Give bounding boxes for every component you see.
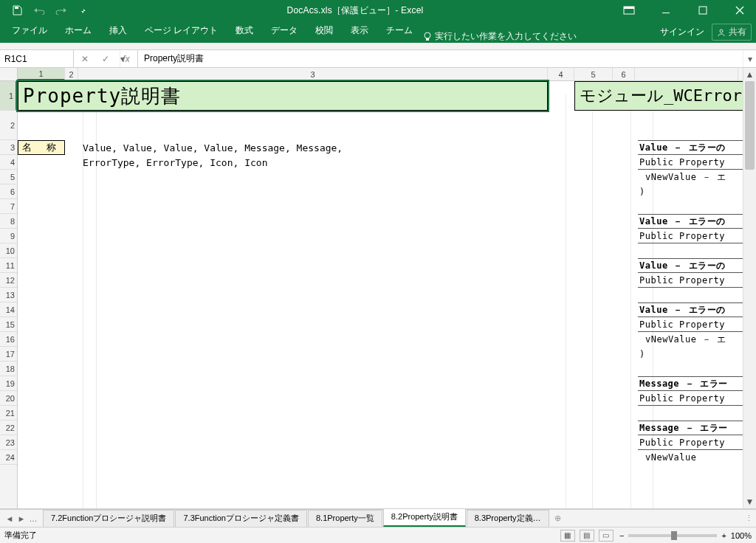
view-page-break-icon[interactable]: ▭ xyxy=(599,530,614,542)
select-all-corner[interactable] xyxy=(0,68,18,80)
row-header[interactable]: 15 xyxy=(0,317,17,332)
title-cell[interactable]: Property説明書 xyxy=(18,81,548,111)
ribbon-tab-home[interactable]: ホーム xyxy=(58,20,99,43)
cell-value[interactable]: Value, Value, Value, Value, Message, Mes… xyxy=(83,140,548,155)
frag-row[interactable]: Value － エラーの xyxy=(638,214,743,229)
name-box[interactable]: ▾ xyxy=(0,50,74,67)
row-header[interactable]: 6 xyxy=(0,184,17,199)
frag-row[interactable]: Public Property xyxy=(638,391,743,406)
col-header[interactable]: 3 xyxy=(78,68,548,80)
ribbon-tab-view[interactable]: 表示 xyxy=(343,20,376,43)
row-header[interactable]: 10 xyxy=(0,243,17,258)
zoom-percent[interactable]: 100% xyxy=(731,531,752,540)
cell-value[interactable]: ErrorType, ErrorType, Icon, Icon xyxy=(83,155,548,170)
ribbon-tab-insert[interactable]: 挿入 xyxy=(102,20,134,43)
sheet-tab[interactable]: 7.3Functionプロシージャ定義書 xyxy=(175,510,306,527)
row-header[interactable]: 16 xyxy=(0,332,17,347)
ribbon-tab-team[interactable]: チーム xyxy=(379,20,420,43)
col-header[interactable]: 5 xyxy=(574,68,613,80)
col-header[interactable] xyxy=(635,68,738,80)
ribbon-tab-data[interactable]: データ xyxy=(264,20,305,43)
sheet-tab[interactable]: 8.2Property説明書 xyxy=(383,508,466,527)
frag-row[interactable]: Public Property xyxy=(638,273,743,288)
ribbon-tab-review[interactable]: 校閲 xyxy=(308,20,340,43)
row-header[interactable]: 19 xyxy=(0,376,17,391)
zoom-in-icon[interactable]: + xyxy=(721,531,726,540)
col-header[interactable]: 1 xyxy=(18,68,65,80)
vertical-scrollbar[interactable]: ▲ ▼ xyxy=(743,68,756,508)
frag-row[interactable]: vNewValue － エ xyxy=(638,332,743,347)
frag-row[interactable]: Public Property xyxy=(638,229,743,243)
zoom-slider[interactable] xyxy=(628,534,717,537)
frag-row[interactable]: vNewValue xyxy=(638,450,743,465)
col-header[interactable]: 6 xyxy=(613,68,635,80)
undo-icon[interactable] xyxy=(31,2,47,18)
new-sheet-icon[interactable]: ⊕ xyxy=(550,513,566,523)
cells-layer[interactable]: Property説明書 モジュール_WCError 名 称 Value, Val… xyxy=(18,81,743,508)
row-header[interactable]: 13 xyxy=(0,288,17,302)
scroll-down-icon[interactable]: ▼ xyxy=(743,495,756,508)
horizontal-scrollbar[interactable]: ⋮ xyxy=(566,513,756,523)
row-header[interactable]: 23 xyxy=(0,435,17,450)
module-cell[interactable]: モジュール_WCError xyxy=(574,81,756,111)
frag-row[interactable]: Public Property xyxy=(638,435,743,450)
formula-input[interactable] xyxy=(144,54,737,64)
minimize-icon[interactable] xyxy=(656,1,676,19)
share-button[interactable]: 共有 xyxy=(712,24,752,41)
row-header[interactable]: 11 xyxy=(0,258,17,273)
row-header[interactable]: 1 xyxy=(0,81,17,111)
row-header[interactable]: 5 xyxy=(0,170,17,184)
cancel-icon[interactable]: ✕ xyxy=(78,54,92,64)
frag-row[interactable]: Value － エラーの xyxy=(638,258,743,273)
scroll-track[interactable] xyxy=(745,81,755,495)
maximize-icon[interactable] xyxy=(693,1,713,19)
row-header[interactable]: 21 xyxy=(0,406,17,421)
frag-row[interactable]: Value － エラーの xyxy=(638,140,743,155)
ribbon-tab-layout[interactable]: ページ レイアウト xyxy=(137,20,225,43)
row-header[interactable]: 24 xyxy=(0,450,17,465)
frag-row[interactable]: Message － エラー xyxy=(638,421,743,435)
row-header[interactable]: 3 xyxy=(0,140,17,155)
spreadsheet-grid[interactable]: 1 2 3 4 5 6 1 2 3 4 5 6 7 8 9 10 11 12 1… xyxy=(0,68,756,509)
scroll-thumb[interactable] xyxy=(745,81,755,170)
tell-me[interactable]: 実行したい作業を入力してください xyxy=(423,30,577,43)
frag-row[interactable]: Public Property xyxy=(638,155,743,170)
frag-row[interactable]: Message － エラー xyxy=(638,376,743,391)
row-header[interactable]: 18 xyxy=(0,362,17,376)
row-header[interactable]: 9 xyxy=(0,229,17,243)
sheet-tab[interactable]: 7.2Functionプロシージャ説明書 xyxy=(43,510,174,527)
ribbon-display-options-icon[interactable] xyxy=(619,1,639,19)
sheet-nav-last-icon[interactable]: ► xyxy=(16,514,27,523)
frag-row[interactable]: ) xyxy=(638,347,743,362)
row-header[interactable]: 22 xyxy=(0,421,17,435)
close-icon[interactable] xyxy=(729,1,750,19)
col-header[interactable]: 2 xyxy=(65,68,78,80)
row-header[interactable]: 8 xyxy=(0,214,17,229)
ribbon-tab-formulas[interactable]: 数式 xyxy=(228,20,261,43)
row-header[interactable]: 14 xyxy=(0,302,17,317)
redo-icon[interactable] xyxy=(53,2,69,18)
row-header[interactable]: 7 xyxy=(0,199,17,214)
sheet-nav-first-icon[interactable]: ◄ xyxy=(4,514,15,523)
hscroll-more-icon[interactable]: ⋮ xyxy=(745,513,753,523)
scroll-up-icon[interactable]: ▲ xyxy=(743,68,756,81)
sheet-tab[interactable]: 8.3Property定義… xyxy=(467,510,549,527)
frag-row[interactable]: Value － エラーの xyxy=(638,302,743,317)
fx-icon[interactable]: fx xyxy=(120,54,133,64)
sheet-tab[interactable]: 8.1Property一覧 xyxy=(308,510,382,527)
ribbon-tab-file[interactable]: ファイル xyxy=(4,20,55,43)
qat-customize-icon[interactable] xyxy=(75,2,92,18)
frag-row[interactable]: ) xyxy=(638,184,743,199)
save-icon[interactable] xyxy=(9,2,25,18)
row-header[interactable]: 12 xyxy=(0,273,17,288)
label-cell[interactable]: 名 称 xyxy=(18,140,65,155)
row-header[interactable]: 17 xyxy=(0,347,17,362)
frag-row[interactable]: Public Property xyxy=(638,317,743,332)
sheet-nav-more-icon[interactable]: … xyxy=(28,514,38,523)
zoom-out-icon[interactable]: − xyxy=(619,531,624,540)
formula-input-wrap[interactable] xyxy=(138,50,743,67)
view-normal-icon[interactable]: ▦ xyxy=(560,530,575,542)
zoom-slider-thumb[interactable] xyxy=(671,531,677,540)
enter-icon[interactable]: ✓ xyxy=(99,54,112,64)
col-header[interactable]: 4 xyxy=(548,68,574,80)
